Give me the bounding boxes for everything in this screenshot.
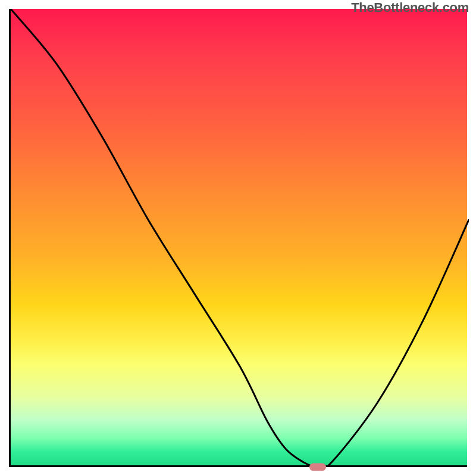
bottleneck-curve-path — [11, 9, 469, 467]
optimal-point-marker — [309, 464, 326, 471]
watermark-text: TheBottleneck.com — [351, 0, 469, 15]
bottleneck-chart: TheBottleneck.com — [0, 0, 476, 476]
curve-svg — [11, 9, 469, 467]
plot-area — [9, 9, 467, 467]
